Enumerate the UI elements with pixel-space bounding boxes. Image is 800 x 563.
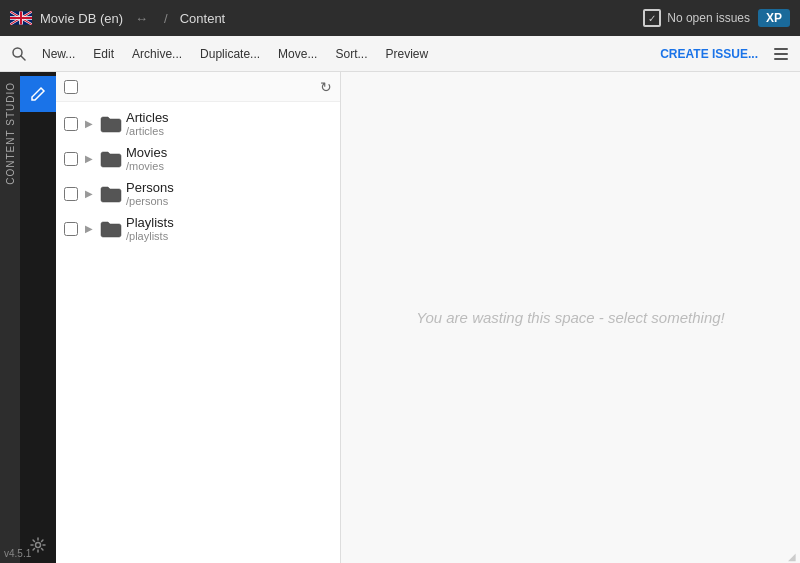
nav-edit-icon[interactable] bbox=[20, 76, 56, 112]
search-icon[interactable] bbox=[6, 41, 32, 67]
tree-item-articles[interactable]: ▶ Articles /articles bbox=[56, 106, 340, 141]
nav-arrow: ↔ bbox=[135, 11, 148, 26]
file-panel-toolbar: ↻ bbox=[56, 72, 340, 102]
refresh-icon[interactable]: ↻ bbox=[320, 79, 332, 95]
persons-path: /persons bbox=[126, 195, 332, 207]
tree-item-playlists[interactable]: ▶ Playlists /playlists bbox=[56, 211, 340, 246]
new-button[interactable]: New... bbox=[34, 43, 83, 65]
movies-path: /movies bbox=[126, 160, 332, 172]
tree-item-persons[interactable]: ▶ Persons /persons bbox=[56, 176, 340, 211]
movies-text: Movies /movies bbox=[126, 145, 332, 172]
articles-arrow[interactable]: ▶ bbox=[82, 117, 96, 131]
list-view-icon[interactable] bbox=[768, 41, 794, 67]
svg-rect-3 bbox=[774, 48, 788, 50]
movies-name: Movies bbox=[126, 145, 332, 160]
issues-status: ✓ No open issues bbox=[643, 9, 750, 27]
file-tree: ▶ Articles /articles ▶ Movies /movie bbox=[56, 102, 340, 563]
content-placeholder: You are wasting this space - select some… bbox=[416, 309, 725, 326]
persons-text: Persons /persons bbox=[126, 180, 332, 207]
archive-button[interactable]: Archive... bbox=[124, 43, 190, 65]
playlists-text: Playlists /playlists bbox=[126, 215, 332, 242]
playlists-name: Playlists bbox=[126, 215, 332, 230]
sort-button[interactable]: Sort... bbox=[327, 43, 375, 65]
persons-checkbox[interactable] bbox=[64, 187, 78, 201]
svg-rect-4 bbox=[774, 53, 788, 55]
preview-button[interactable]: Preview bbox=[377, 43, 436, 65]
app-header: Movie DB (en) ↔ / Content ✓ No open issu… bbox=[0, 0, 800, 36]
svg-line-2 bbox=[21, 56, 25, 60]
articles-path: /articles bbox=[126, 125, 332, 137]
duplicate-button[interactable]: Duplicate... bbox=[192, 43, 268, 65]
content-area: You are wasting this space - select some… bbox=[341, 72, 800, 563]
app-name: Movie DB (en) bbox=[40, 11, 123, 26]
playlists-path: /playlists bbox=[126, 230, 332, 242]
movies-checkbox[interactable] bbox=[64, 152, 78, 166]
main-toolbar: New... Edit Archive... Duplicate... Move… bbox=[0, 36, 800, 72]
playlists-folder-icon bbox=[100, 220, 122, 238]
resize-handle[interactable]: ◢ bbox=[788, 551, 798, 561]
playlists-arrow[interactable]: ▶ bbox=[82, 222, 96, 236]
file-tree-panel: ↻ ▶ Articles /articles ▶ bbox=[56, 72, 341, 563]
articles-folder-icon bbox=[100, 115, 122, 133]
svg-rect-5 bbox=[774, 58, 788, 60]
breadcrumb-separator: / bbox=[164, 11, 168, 26]
sidebar-left: CONTENT STUDIO bbox=[0, 72, 20, 563]
xp-badge[interactable]: XP bbox=[758, 9, 790, 27]
tree-item-movies[interactable]: ▶ Movies /movies bbox=[56, 141, 340, 176]
playlists-checkbox[interactable] bbox=[64, 222, 78, 236]
persons-arrow[interactable]: ▶ bbox=[82, 187, 96, 201]
breadcrumb: Content bbox=[180, 11, 226, 26]
articles-name: Articles bbox=[126, 110, 332, 125]
issues-label: No open issues bbox=[667, 11, 750, 25]
create-issue-button[interactable]: CREATE ISSUE... bbox=[652, 43, 766, 65]
svg-point-6 bbox=[36, 543, 41, 548]
sidebar-label: CONTENT STUDIO bbox=[5, 82, 16, 185]
select-all-checkbox[interactable] bbox=[64, 80, 78, 94]
version-label: v4.5.1 bbox=[4, 548, 31, 559]
move-button[interactable]: Move... bbox=[270, 43, 325, 65]
main-area: CONTENT STUDIO ↻ ▶ bbox=[0, 72, 800, 563]
movies-arrow[interactable]: ▶ bbox=[82, 152, 96, 166]
flag-icon bbox=[10, 10, 32, 26]
articles-checkbox[interactable] bbox=[64, 117, 78, 131]
articles-text: Articles /articles bbox=[126, 110, 332, 137]
persons-folder-icon bbox=[100, 185, 122, 203]
left-nav bbox=[20, 72, 56, 563]
issues-icon: ✓ bbox=[643, 9, 661, 27]
persons-name: Persons bbox=[126, 180, 332, 195]
movies-folder-icon bbox=[100, 150, 122, 168]
edit-button[interactable]: Edit bbox=[85, 43, 122, 65]
